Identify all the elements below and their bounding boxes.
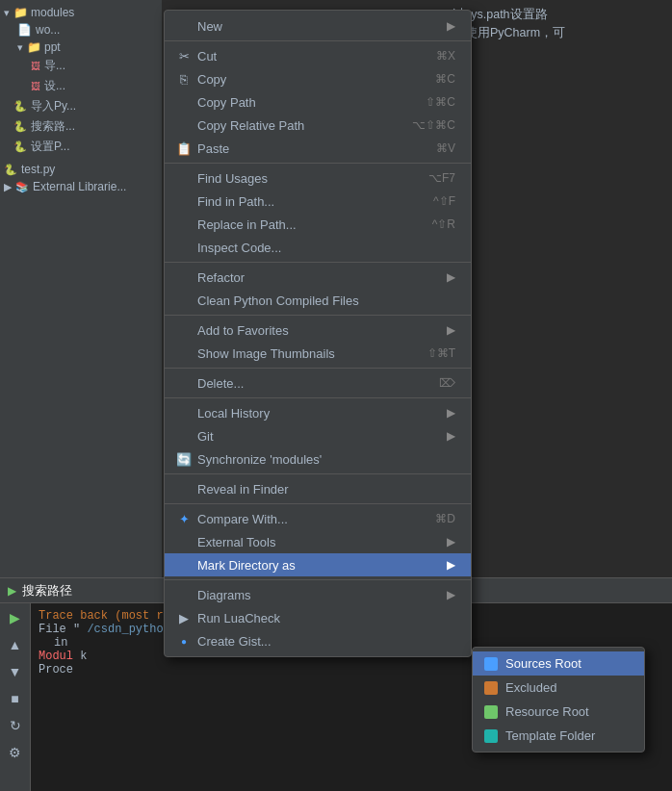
- menu-item-add-favorites[interactable]: Add to Favorites ▶: [165, 319, 471, 342]
- submenu-resource-root[interactable]: Resource Root: [473, 700, 644, 724]
- arrow-icon-mark-dir: ▶: [447, 558, 455, 572]
- sync-icon: 🔄: [176, 452, 192, 467]
- arrow-icon-git: ▶: [447, 429, 455, 443]
- context-menu: New ▶ ✂ Cut ⌘X ⎘ Copy ⌘C Copy Path: [164, 10, 472, 657]
- menu-item-copy-path[interactable]: Copy Path ⇧⌘C: [165, 90, 471, 114]
- submenu-template-folder[interactable]: Template Folder: [473, 724, 644, 748]
- menu-item-copy-rel-path[interactable]: Copy Relative Path ⌥⇧⌘C: [165, 114, 471, 137]
- compare-icon: ✦: [176, 512, 192, 526]
- sources-root-icon: [484, 657, 498, 671]
- menu-item-inspect-code[interactable]: Inspect Code...: [165, 236, 471, 259]
- excluded-icon: [484, 681, 498, 695]
- arrow-icon-refactor: ▶: [447, 270, 455, 284]
- menu-item-paste[interactable]: 📋 Paste ⌘V: [165, 137, 471, 160]
- submenu-sources-root[interactable]: Sources Root: [473, 651, 644, 676]
- arrow-icon-history: ▶: [447, 406, 455, 420]
- menu-item-diagrams[interactable]: Diagrams ▶: [165, 583, 471, 606]
- gist-icon: ●: [176, 636, 192, 647]
- menu-item-new[interactable]: New ▶: [165, 14, 471, 38]
- separator-5: [165, 368, 471, 369]
- arrow-icon-external: ▶: [447, 535, 455, 549]
- menu-item-external-tools[interactable]: External Tools ▶: [165, 530, 471, 553]
- copy-icon: ⎘: [176, 72, 192, 87]
- menu-item-find-in-path[interactable]: Find in Path... ^⇧F: [165, 190, 471, 213]
- menu-item-find-usages[interactable]: Find Usages ⌥F7: [165, 166, 471, 190]
- separator-1: [165, 40, 471, 41]
- mark-directory-submenu: Sources Root Excluded Resource Root Temp…: [472, 647, 645, 753]
- menu-item-synchronize[interactable]: 🔄 Synchronize 'modules': [165, 447, 471, 471]
- separator-6: [165, 397, 471, 398]
- menu-item-show-thumbnails[interactable]: Show Image Thumbnails ⇧⌘T: [165, 342, 471, 365]
- separator-8: [165, 503, 471, 504]
- separator-7: [165, 473, 471, 474]
- cut-icon: ✂: [176, 49, 192, 64]
- separator-2: [165, 163, 471, 164]
- menu-item-copy[interactable]: ⎘ Copy ⌘C: [165, 67, 471, 90]
- resource-root-icon: [484, 705, 498, 719]
- menu-item-mark-directory[interactable]: Mark Directory as ▶: [165, 553, 471, 576]
- arrow-icon-diagrams: ▶: [447, 588, 455, 601]
- separator-4: [165, 315, 471, 316]
- menu-item-create-gist[interactable]: ● Create Gist...: [165, 629, 471, 652]
- menu-item-reveal-finder[interactable]: Reveal in Finder: [165, 477, 471, 500]
- menu-item-compare-with[interactable]: ✦ Compare With... ⌘D: [165, 507, 471, 530]
- template-folder-icon: [484, 729, 498, 743]
- menu-item-clean-python[interactable]: Clean Python Compiled Files: [165, 289, 471, 312]
- menu-item-cut[interactable]: ✂ Cut ⌘X: [165, 44, 471, 67]
- menu-item-refactor[interactable]: Refactor ▶: [165, 266, 471, 289]
- separator-3: [165, 262, 471, 263]
- context-menu-overlay: New ▶ ✂ Cut ⌘X ⎘ Copy ⌘C Copy Path: [0, 0, 672, 791]
- menu-item-local-history[interactable]: Local History ▶: [165, 401, 471, 424]
- paste-icon: 📋: [176, 141, 192, 156]
- menu-item-run-luacheck[interactable]: ▶ Run LuaCheck: [165, 606, 471, 629]
- separator-9: [165, 579, 471, 580]
- arrow-icon-favorites: ▶: [447, 323, 455, 337]
- menu-item-git[interactable]: Git ▶: [165, 424, 471, 447]
- menu-item-replace-in-path[interactable]: Replace in Path... ^⇧R: [165, 213, 471, 236]
- arrow-icon-new: ▶: [447, 19, 455, 33]
- run-luacheck-icon: ▶: [176, 611, 192, 625]
- submenu-excluded[interactable]: Excluded: [473, 676, 644, 700]
- menu-item-delete[interactable]: Delete... ⌦: [165, 371, 471, 395]
